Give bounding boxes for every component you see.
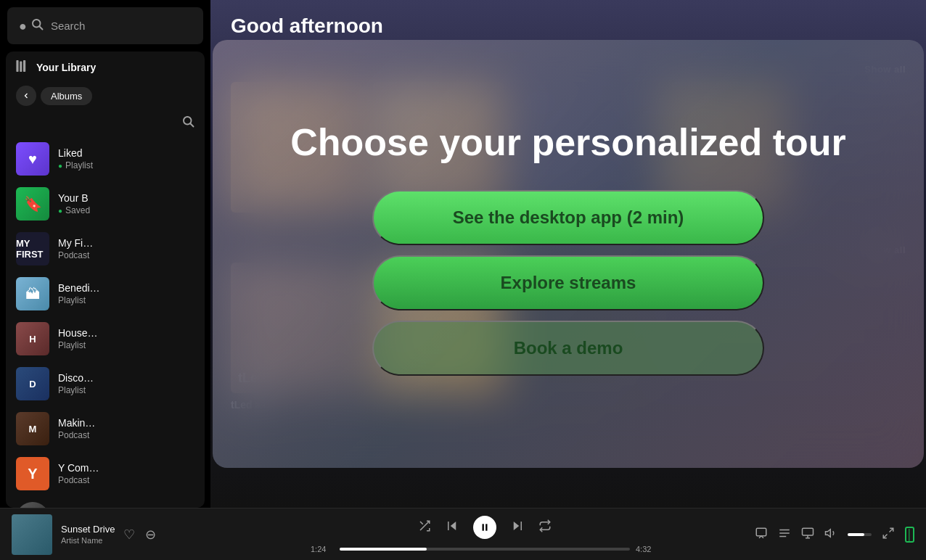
item-thumbnail: E bbox=[16, 502, 49, 508]
item-thumbnail: ♥ bbox=[16, 142, 49, 176]
item-subtype: Playlist bbox=[58, 295, 100, 305]
library-list: ♥ Liked ● Playlist 🔖 Your B bbox=[6, 136, 205, 508]
item-subtype: Podcast bbox=[58, 475, 99, 485]
item-name: Benedi… bbox=[58, 282, 100, 294]
item-info: Disco… Playlist bbox=[58, 372, 94, 395]
list-item[interactable]: D Disco… Playlist bbox=[6, 361, 205, 406]
svg-point-0 bbox=[33, 20, 41, 28]
item-thumbnail: Y bbox=[16, 457, 49, 490]
library-header: Your Library bbox=[6, 52, 205, 83]
item-subtype: Podcast bbox=[58, 430, 95, 440]
app-container: ● Search bbox=[0, 0, 926, 560]
shuffle-button[interactable] bbox=[418, 519, 431, 535]
item-name: House… bbox=[58, 327, 97, 339]
list-item[interactable]: MY FIRST My Fi… Podcast bbox=[6, 226, 205, 271]
player-track-name: Sunset Drive bbox=[61, 524, 115, 535]
volume-icon[interactable] bbox=[824, 527, 837, 543]
prev-button[interactable] bbox=[446, 519, 459, 535]
list-item[interactable]: ♥ Liked ● Playlist bbox=[6, 136, 205, 181]
progress-bar[interactable] bbox=[340, 548, 630, 551]
item-name: Makin… bbox=[58, 417, 95, 429]
search-icon: ● bbox=[19, 17, 44, 34]
play-pause-button[interactable] bbox=[473, 516, 496, 539]
svg-rect-13 bbox=[756, 528, 766, 536]
item-info: Your B ● Saved bbox=[58, 192, 90, 215]
item-subtype: Podcast bbox=[58, 250, 93, 260]
right-sidebar-icon[interactable]: │ bbox=[905, 527, 914, 543]
progress-bar-container: 1:24 4:32 bbox=[311, 545, 659, 553]
svg-rect-9 bbox=[483, 524, 484, 530]
devices-icon[interactable] bbox=[801, 527, 814, 543]
progress-current: 1:24 bbox=[311, 545, 334, 553]
desktop-app-button[interactable]: See the desktop app (2 min) bbox=[372, 190, 764, 245]
item-name: Liked bbox=[58, 147, 93, 159]
progress-total: 4:32 bbox=[636, 545, 659, 553]
svg-line-1 bbox=[40, 27, 43, 30]
repeat-button[interactable] bbox=[538, 519, 552, 535]
item-name: Disco… bbox=[58, 372, 94, 384]
lyrics-icon[interactable] bbox=[778, 527, 791, 543]
list-item[interactable]: E Emmi… Artist bbox=[6, 496, 205, 508]
svg-rect-17 bbox=[803, 528, 814, 535]
next-button[interactable] bbox=[511, 519, 524, 535]
player-track: Sunset Drive Artist Name ♡ ⊖ bbox=[12, 514, 215, 555]
svg-point-5 bbox=[184, 117, 192, 125]
library-title-row: Your Library bbox=[16, 60, 96, 74]
player-controls: 1:24 4:32 bbox=[311, 516, 659, 553]
item-thumbnail: M bbox=[16, 412, 49, 445]
item-thumbnail: 🏔 bbox=[16, 277, 49, 310]
fullscreen-icon[interactable] bbox=[882, 527, 895, 543]
content-area: Good afternoon Show all bbox=[210, 0, 926, 508]
player-track-artist: Artist Name bbox=[61, 536, 115, 545]
library-albums-tab[interactable]: Albums bbox=[41, 87, 92, 105]
item-subtype: Playlist bbox=[58, 340, 97, 350]
player-bar: Sunset Drive Artist Name ♡ ⊖ bbox=[0, 508, 926, 560]
search-label: Search bbox=[51, 20, 86, 32]
item-info: My Fi… Podcast bbox=[58, 237, 93, 260]
library-search-row bbox=[6, 112, 205, 136]
item-subtype: ● Playlist bbox=[58, 160, 93, 170]
item-name: Your B bbox=[58, 192, 90, 204]
library-back-button[interactable] bbox=[16, 86, 36, 106]
remove-button[interactable]: ⊖ bbox=[145, 527, 156, 543]
library-icon bbox=[16, 60, 30, 74]
player-thumbnail bbox=[12, 514, 52, 555]
volume-fill bbox=[848, 533, 864, 536]
list-item[interactable]: H House… Playlist bbox=[6, 316, 205, 361]
book-demo-button[interactable]: Book a demo bbox=[372, 321, 764, 376]
queue-icon[interactable] bbox=[755, 527, 768, 543]
volume-bar[interactable] bbox=[848, 533, 872, 536]
modal-title: Choose your personalized tour bbox=[290, 122, 846, 163]
svg-marker-7 bbox=[451, 522, 456, 530]
item-name: My Fi… bbox=[58, 237, 93, 249]
explore-streams-button[interactable]: Explore streams bbox=[372, 255, 764, 310]
list-item[interactable]: 🏔 Benedi… Playlist bbox=[6, 271, 205, 316]
sidebar: ● Search bbox=[0, 0, 210, 508]
player-track-info: Sunset Drive Artist Name bbox=[61, 524, 115, 545]
item-thumbnail: MY FIRST bbox=[16, 232, 49, 265]
item-info: House… Playlist bbox=[58, 327, 97, 350]
item-subtype: ● Saved bbox=[58, 205, 90, 215]
item-name: Y Com… bbox=[58, 462, 99, 474]
list-item[interactable]: Y Y Com… Podcast bbox=[6, 451, 205, 496]
list-item[interactable]: M Makin… Podcast bbox=[6, 406, 205, 451]
item-thumbnail: H bbox=[16, 322, 49, 355]
item-thumbnail: D bbox=[16, 367, 49, 400]
player-track-icons: ♡ ⊖ bbox=[123, 527, 156, 543]
library-search-icon[interactable] bbox=[181, 115, 194, 131]
svg-rect-2 bbox=[16, 60, 18, 72]
svg-marker-11 bbox=[514, 522, 520, 530]
svg-line-21 bbox=[890, 528, 893, 532]
list-item[interactable]: 🔖 Your B ● Saved bbox=[6, 181, 205, 226]
item-thumbnail: 🔖 bbox=[16, 187, 49, 221]
library-section: Your Library Albums bbox=[6, 52, 205, 508]
svg-line-6 bbox=[191, 124, 194, 127]
svg-rect-10 bbox=[485, 524, 487, 530]
player-right-controls: │ bbox=[755, 527, 914, 543]
item-info: Y Com… Podcast bbox=[58, 462, 99, 485]
search-bar[interactable]: ● Search bbox=[7, 7, 203, 44]
svg-rect-3 bbox=[20, 62, 22, 72]
item-info: Makin… Podcast bbox=[58, 417, 95, 440]
heart-button[interactable]: ♡ bbox=[123, 527, 135, 543]
progress-fill bbox=[340, 548, 427, 551]
